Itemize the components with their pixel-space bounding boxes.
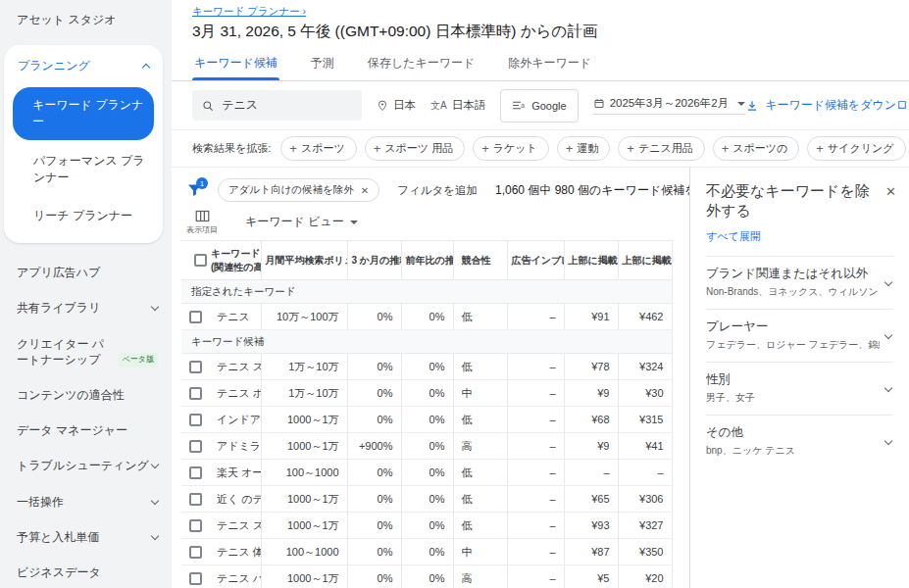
close-icon[interactable]: ✕: [885, 184, 896, 199]
tab-negative-keywords[interactable]: 除外キーワード: [506, 50, 593, 80]
view-selector[interactable]: キーワード ビュー: [245, 214, 358, 230]
column-header-competition[interactable]: 競合性: [453, 241, 507, 280]
yoy-change-cell: 0%: [401, 380, 453, 407]
avg-monthly-searches-cell: 1000～1万: [261, 513, 347, 539]
active-filter-chip[interactable]: アダルト向けの候補を除外 ✕: [218, 178, 379, 202]
location-selector[interactable]: 日本: [377, 98, 416, 113]
row-checkbox[interactable]: [189, 546, 202, 559]
filter-button[interactable]: 1: [186, 181, 206, 199]
sidebar-item[interactable]: ビジネスデータ: [0, 555, 172, 588]
avg-monthly-searches-cell: 1000～1万: [261, 565, 347, 588]
keyword-cell[interactable]: 楽天 オープン: [209, 460, 261, 486]
refine-group-players[interactable]: プレーヤー フェデラー、ロジャー フェデラー、錦織 圭...: [706, 309, 893, 362]
column-header-yoy-change[interactable]: 前年比の推移: [401, 241, 453, 280]
column-header-three-month-change[interactable]: 3 か月の推移: [347, 241, 401, 280]
remove-filter-icon[interactable]: ✕: [361, 185, 369, 196]
row-checkbox[interactable]: [189, 387, 202, 400]
keyword-cell[interactable]: アドミラル ...: [209, 433, 261, 460]
location-label: 日本: [393, 98, 416, 113]
sidebar-item[interactable]: トラブルシューティング: [0, 448, 172, 483]
expand-chip[interactable]: +サイクリング: [807, 136, 905, 161]
expand-all-link[interactable]: すべて展開: [706, 229, 761, 244]
column-header-top-of-page-bid-high[interactable]: 上部に掲載され...: [618, 241, 672, 280]
beta-badge: ベータ版: [119, 353, 158, 368]
keyword-row: インドア テ...1000～1万0%0%低–¥68¥315: [181, 407, 672, 433]
network-selector[interactable]: a Google: [500, 89, 578, 122]
add-filter-button[interactable]: フィルタを追加: [397, 183, 478, 198]
top-of-page-bid-high-cell: ¥41: [618, 433, 672, 460]
top-of-page-bid-high-cell: ¥350: [618, 539, 672, 565]
tab-saved-keywords[interactable]: 保存したキーワード: [366, 50, 477, 80]
sidebar-item-planning[interactable]: プランニング: [4, 45, 163, 85]
row-checkbox[interactable]: [189, 519, 202, 532]
refine-group-others[interactable]: その他 bnp、ニッケ テニス: [706, 415, 893, 467]
row-checkbox[interactable]: [189, 361, 202, 373]
refine-group-brands[interactable]: ブランド関連またはそれ以外 Non-Brands、ヨネックス、ウィルソン、バ..…: [706, 256, 893, 309]
select-all-checkbox[interactable]: [194, 254, 207, 267]
keyword-cell[interactable]: テニス ボール: [209, 380, 261, 407]
row-checkbox[interactable]: [189, 311, 202, 323]
sidebar-item[interactable]: 共有ライブラリ: [0, 290, 172, 325]
tab-keyword-ideas[interactable]: キーワード候補: [192, 50, 279, 80]
expand-chip[interactable]: +運動: [557, 136, 611, 161]
sidebar-item-label: トラブルシューティング: [17, 458, 149, 473]
row-checkbox[interactable]: [189, 466, 202, 479]
yoy-change-cell: 0%: [401, 513, 453, 539]
row-checkbox[interactable]: [189, 414, 202, 426]
three-month-change-cell: 0%: [347, 539, 401, 565]
breadcrumb[interactable]: キーワード プランナー ›: [192, 5, 306, 19]
sidebar-item-performance-planner[interactable]: パフォーマンス プランナー: [4, 142, 163, 197]
date-range-selector[interactable]: 2025年3月～2026年2月: [593, 96, 745, 115]
keyword-cell[interactable]: テニス: [209, 304, 261, 330]
tab-forecast[interactable]: 予測: [309, 50, 336, 80]
expand-chip[interactable]: +スポーツの: [713, 136, 800, 161]
three-month-change-cell: 0%: [347, 460, 401, 486]
three-month-change-cell: 0%: [347, 407, 401, 433]
keyword-search-box[interactable]: [192, 90, 362, 121]
column-header-ad-impression-share[interactable]: 広告インプレッ...: [507, 241, 564, 280]
language-selector[interactable]: 文A 日本語: [430, 98, 485, 113]
sidebar-item[interactable]: クリエイター パートナーシップベータ版: [0, 326, 172, 377]
refine-group-gender[interactable]: 性別 男子、女子: [706, 362, 893, 415]
sidebar-item-keyword-planner[interactable]: キーワード プランナー: [13, 87, 154, 140]
column-header-top-of-page-bid-low[interactable]: 上部に掲載され...: [564, 241, 618, 280]
expand-chip[interactable]: +スポーツ 用品: [365, 136, 465, 161]
row-checkbox[interactable]: [189, 572, 202, 585]
row-checkbox-cell: [181, 433, 209, 460]
chevron-down-icon: [884, 277, 892, 285]
sidebar-item[interactable]: 予算と入札単価: [0, 519, 172, 555]
table-section-title: 指定されたキーワード: [181, 280, 672, 304]
keyword-cell[interactable]: テニス 体験: [209, 539, 261, 565]
competition-cell: 低: [453, 486, 507, 513]
sidebar-item-reach-planner[interactable]: リーチ プランナー: [4, 197, 163, 235]
row-checkbox[interactable]: [189, 493, 202, 506]
keyword-row: 近く のテニ...1000～1万0%0%低–¥65¥306: [181, 486, 672, 513]
top-of-page-bid-low-cell: ¥5: [564, 565, 618, 588]
download-keyword-ideas-button[interactable]: キーワード候補をダウンロード: [745, 97, 909, 114]
language-label: 日本語: [452, 98, 486, 113]
columns-button[interactable]: 表示項目: [186, 210, 218, 235]
keyword-cell[interactable]: 近く のテニ...: [209, 486, 261, 513]
search-input[interactable]: [222, 99, 352, 113]
row-checkbox-cell: [181, 380, 209, 407]
expand-chip[interactable]: +ラケット: [473, 136, 549, 161]
keyword-cell[interactable]: テニス スク...: [209, 354, 261, 380]
expand-chip[interactable]: +テニス用品: [618, 136, 704, 161]
expand-chip[interactable]: +スポーツ: [280, 136, 356, 161]
competition-cell: 高: [453, 433, 507, 460]
keyword-cell[interactable]: テニス スク...: [209, 513, 261, 539]
top-of-page-bid-low-cell: ¥9: [564, 433, 618, 460]
keyword-cell[interactable]: インドア テ...: [209, 407, 261, 433]
content-row: 1 アダルト向けの候補を除外 ✕ フィルタを追加 1,060 個中 980 個の…: [172, 168, 909, 588]
sidebar-item[interactable]: コンテンツの適合性: [0, 377, 172, 413]
sidebar-item[interactable]: 一括操作: [0, 484, 172, 519]
row-checkbox[interactable]: [189, 440, 202, 453]
row-checkbox-cell: [181, 304, 209, 330]
keyword-cell[interactable]: テニス バッグ: [209, 565, 261, 588]
column-header-avg-monthly-searches[interactable]: 月間平均検索ボリューム: [261, 241, 347, 280]
sidebar-item[interactable]: アプリ広告ハブ: [0, 255, 172, 290]
sidebar-item-asset-studio[interactable]: アセット スタジオ: [0, 2, 172, 37]
column-header-keyword[interactable]: キーワード (関連性の高い: [209, 241, 261, 280]
sidebar-item[interactable]: データ マネージャー: [0, 413, 172, 448]
yoy-change-cell: 0%: [401, 460, 453, 486]
